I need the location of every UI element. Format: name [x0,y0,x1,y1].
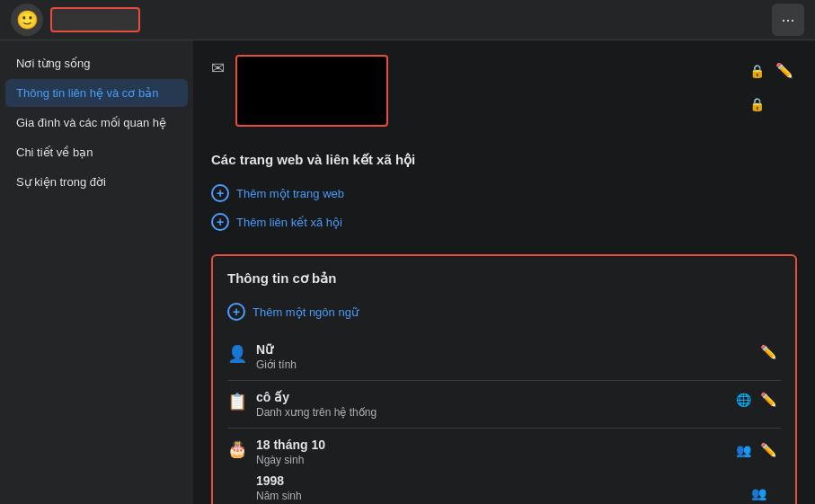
gender-text: Nữ Giới tính [256,342,748,371]
birthday-actions: 👥 ✏️ 👥 [736,438,781,502]
sidebar-item-noi-tung-song[interactable]: Nơi từng sống [5,49,188,77]
birthday-details: 18 tháng 10 Ngày sinh 1998 Năm sinh [256,438,727,502]
basic-info-section: Thông tin cơ bản + Thêm một ngôn ngữ 👤 N… [211,254,797,504]
add-social-link[interactable]: + Thêm liên kết xã hội [211,208,797,236]
cover-lock-row: 🔒 ✏️ [749,55,797,86]
top-bar-right: ··· [772,4,804,36]
basic-info-title: Thông tin cơ bản [227,270,781,287]
username-box [50,7,140,32]
profile-lock-row: 🔒 [749,93,797,115]
web-social-title: Các trang web và liên kết xã hội [211,152,797,168]
pronoun-item: 📋 cô ấy Danh xưng trên hệ thống 🌐 ✏️ [227,381,781,429]
cover-icon: ✉ [211,58,225,78]
add-social-label: Thêm liên kết xã hội [236,216,342,229]
edit-cover-button[interactable]: ✏️ [772,58,797,83]
add-website-link[interactable]: + Thêm một trang web [211,179,797,208]
more-button[interactable]: ··· [772,4,804,36]
pronoun-label: Danh xưng trên hệ thống [256,406,727,419]
pronoun-text: cô ấy Danh xưng trên hệ thống [256,390,727,419]
pronoun-actions: 🌐 ✏️ [736,390,781,410]
birthday-year-value: 1998 [256,473,727,488]
add-website-icon: + [211,184,229,202]
add-social-icon: + [211,213,229,231]
add-language-icon: + [227,303,245,321]
birthday-icon: 🎂 [227,439,247,459]
add-language-label: Thêm một ngôn ngữ [252,305,359,319]
birthday-year: 1998 Năm sinh [256,473,727,502]
sidebar: Nơi từng sống Thông tin liên hệ và cơ bả… [0,40,193,504]
top-bar-left: 🙂 [11,4,140,36]
birthday-day-label: Ngày sinh [256,454,727,466]
main-layout: Nơi từng sống Thông tin liên hệ và cơ bả… [0,40,815,504]
gender-edit-button[interactable]: ✏️ [757,342,781,362]
lock-icon-1: 🔒 [749,64,765,78]
birthday-item: 🎂 18 tháng 10 Ngày sinh 1998 Năm sinh 👥 … [227,429,781,504]
year-group-icon: 👥 [751,486,766,500]
cover-actions: 🔒 ✏️ 🔒 [749,55,797,115]
sidebar-item-gia-dinh[interactable]: Gia đình và các mối quan hệ [5,109,188,137]
gender-label: Giới tính [256,358,748,371]
gender-actions: ✏️ [757,342,781,362]
birthday-day: 18 tháng 10 Ngày sinh [256,438,727,466]
gender-value: Nữ [256,342,748,357]
birthday-day-value: 18 tháng 10 [256,438,727,452]
top-bar: 🙂 ··· [0,0,815,40]
birthday-group-icon: 👥 [736,443,751,457]
cover-image [235,55,388,127]
pronoun-value: cô ấy [256,390,727,404]
pronoun-edit-button[interactable]: ✏️ [757,390,781,410]
sidebar-item-thong-tin-lien-he[interactable]: Thông tin liên hệ và cơ bản [5,79,188,107]
avatar: 🙂 [11,4,43,36]
pronoun-icon: 📋 [227,392,247,411]
gender-icon: 👤 [227,344,247,364]
birthday-year-label: Năm sinh [256,490,727,502]
add-language-link[interactable]: + Thêm một ngôn ngữ [227,297,781,326]
add-website-label: Thêm một trang web [236,187,344,200]
sidebar-item-chi-tiet[interactable]: Chi tiết về bạn [5,138,188,166]
lock-icon-2: 🔒 [749,97,765,111]
birthday-day-edit-button[interactable]: ✏️ [757,440,781,460]
globe-icon: 🌐 [736,393,751,407]
web-social-section: Các trang web và liên kết xã hội + Thêm … [211,152,797,236]
gender-item: 👤 Nữ Giới tính ✏️ [227,333,781,381]
cover-area: ✉ 🔒 ✏️ 🔒 [211,55,797,137]
content-area: ✉ 🔒 ✏️ 🔒 Các trang web và liên kết xã hộ… [193,40,815,504]
sidebar-item-su-kien[interactable]: Sự kiện trong đời [5,168,188,196]
